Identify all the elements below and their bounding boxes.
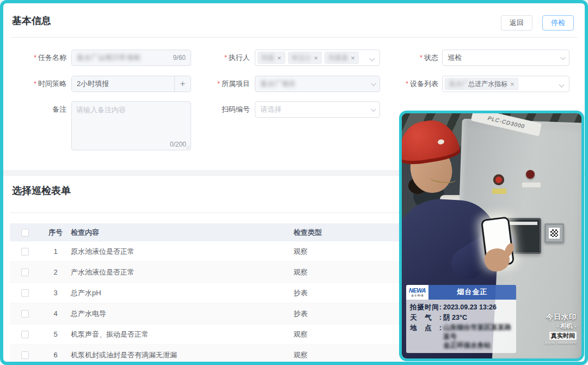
switch-plate (522, 182, 541, 188)
chevron-down-icon (560, 54, 566, 60)
watermark-time: 拍摄时间: 2023.09.23 13:26 (410, 302, 512, 313)
executor-select[interactable]: 刘某× 张玉心× 刘某某× (255, 50, 380, 66)
time-strategy-value: 2小时填报 (72, 76, 174, 92)
back-button[interactable]: 返回 (501, 15, 532, 31)
required-marker: * (34, 80, 36, 88)
header-actions: 返回 停检 (501, 15, 574, 31)
time-strategy-input[interactable]: 2小时填报 + (71, 76, 191, 92)
row-checkbox[interactable] (21, 351, 29, 359)
select-all-checkbox[interactable] (21, 229, 29, 236)
required-marker: * (34, 53, 36, 62)
red-indicator-button (526, 170, 535, 179)
row-content: 原水池液位是否正常 (71, 247, 293, 257)
status-value: 巡检 (448, 53, 462, 63)
photo-scene: PLC-CD3000 NEWA 金·正·环·保 (402, 113, 581, 358)
row-no: 3 (40, 289, 71, 297)
camera-watermark: 今日水印 - 相机 - 真实时间 防伪:WL.T3969D6U65PW (545, 312, 577, 344)
chevron-down-icon (371, 106, 376, 112)
row-content: 机泵声音、振动是否正常 (71, 330, 293, 339)
row-content: 总产水pH (71, 288, 293, 298)
row-checkbox[interactable] (21, 310, 29, 318)
row-checkbox[interactable] (21, 269, 29, 276)
scan-code-label: 扫码编号 (205, 101, 250, 118)
task-name-counter: 9/60 (173, 54, 186, 62)
scan-code-select[interactable]: 请选择 (255, 101, 380, 118)
chevron-down-icon (559, 82, 565, 88)
watermark-card: NEWA 金·正·环·保 烟台金正 拍摄时间: 2023.09.23 13:26… (406, 285, 516, 354)
page-title: 基本信息 (12, 14, 51, 27)
row-no: 5 (40, 330, 71, 338)
task-name-value: 某水厂运维日常巡检 (77, 53, 140, 63)
row-checkbox[interactable] (21, 289, 29, 297)
add-time-strategy-button[interactable]: + (174, 76, 191, 92)
project-value: 某水厂项目 (260, 79, 296, 89)
executor-tag: 刘某× (258, 52, 285, 64)
executor-tag: 刘某某× (324, 52, 359, 64)
device-list-select[interactable]: 某水厂总进产水指标 × (442, 76, 569, 92)
company-banner: 烟台金正 (428, 285, 516, 300)
required-marker: * (224, 53, 227, 62)
project-select[interactable]: 某水厂项目 (255, 76, 380, 92)
tag-close-icon[interactable]: × (510, 80, 514, 88)
required-marker: * (420, 53, 422, 62)
tag-close-icon[interactable]: × (314, 54, 318, 62)
device-tag: 某水厂总进产水指标 × (445, 78, 518, 90)
status-label: *状态 (393, 50, 438, 66)
qr-code-device (544, 223, 564, 243)
column-header-content: 检查内容 (71, 228, 293, 238)
button-tag (492, 188, 506, 194)
task-name-input[interactable]: 某水厂运维日常巡检 9/60 (71, 50, 191, 66)
required-marker: * (406, 80, 408, 88)
tag-close-icon[interactable]: × (351, 54, 355, 62)
row-content: 总产水电导 (71, 309, 293, 319)
project-label: *所属项目 (205, 76, 250, 92)
time-strategy-label: *时间策略 (14, 76, 66, 92)
section-title: 选择巡检表单 (12, 184, 71, 197)
app-window: 基本信息 返回 停检 *任务名称 某水厂运维日常巡检 9/60 *执行人 刘某×… (0, 0, 588, 365)
watermark-location: 地点: 山东烟台市某区某某路某号 金正环保水务站 (410, 323, 512, 350)
executor-tag: 张玉心× (288, 52, 322, 64)
chevron-down-icon (370, 56, 375, 62)
tag-close-icon[interactable]: × (277, 54, 281, 62)
newa-logo: NEWA 金·正·环·保 (406, 285, 428, 300)
row-no: 2 (40, 268, 71, 276)
column-header-no: 序号 (40, 228, 71, 238)
header-divider (10, 37, 578, 38)
row-no: 1 (40, 247, 71, 256)
remark-label: 备注 (14, 101, 66, 118)
row-no: 4 (40, 309, 71, 318)
stop-inspection-button[interactable]: 停检 (542, 15, 574, 31)
row-content: 产水池液位是否正常 (71, 267, 293, 277)
device-list-label: *设备列表 (393, 76, 438, 92)
required-marker: * (217, 80, 220, 88)
realtime-badge: 真实时间 (549, 332, 577, 340)
anti-counterfeit-code: 防伪:WL.T3969D6U65PW (545, 341, 577, 344)
row-checkbox[interactable] (21, 331, 29, 338)
executor-label: *执行人 (205, 50, 250, 66)
row-content: 机泵机封或油封是否有滴漏无泄漏 (71, 350, 293, 360)
watermark-weather: 天气: 阴 23°C (410, 313, 512, 323)
remark-field: 0/200 (71, 101, 191, 150)
remark-counter: 0/200 (170, 141, 186, 148)
emergency-button (493, 174, 504, 185)
status-select[interactable]: 巡检 (442, 50, 569, 66)
task-name-label: *任务名称 (14, 50, 66, 66)
row-no: 6 (40, 351, 71, 359)
row-checkbox[interactable] (21, 248, 29, 256)
plus-icon: + (180, 79, 185, 89)
scan-code-placeholder: 请选择 (260, 105, 281, 114)
chevron-down-icon (371, 81, 376, 86)
inspection-photo: PLC-CD3000 NEWA 金·正·环·保 (399, 111, 584, 361)
